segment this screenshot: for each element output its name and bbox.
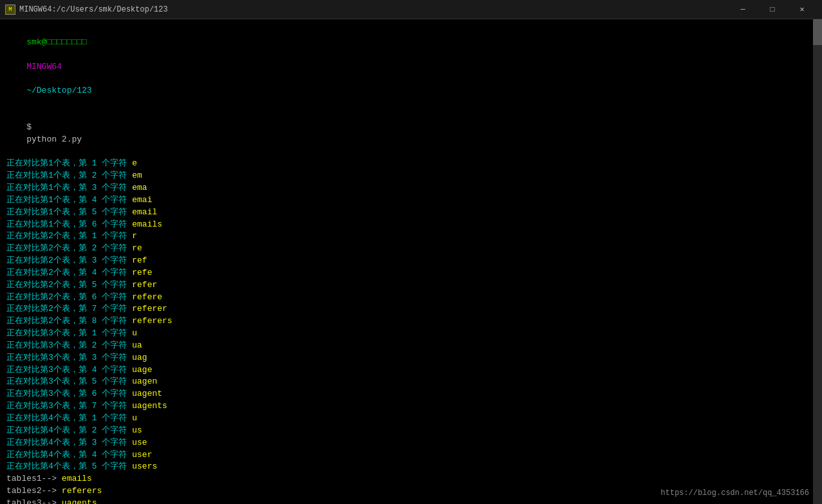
prompt-program-1: MINGW64: [26, 62, 62, 71]
output-line-23: 正在对比第4个表，第 2 个字符 us: [6, 425, 816, 437]
prompt-space-2: [26, 73, 32, 83]
output-line-24: 正在对比第4个表，第 3 个字符 use: [6, 437, 816, 449]
output-line-1: 正在对比第1个表，第 1 个字符 e: [6, 158, 816, 170]
command-line: $ python 2.py: [6, 109, 816, 158]
output-line-17: 正在对比第3个表，第 3 个字符 uag: [6, 352, 816, 364]
app-icon: M: [5, 5, 15, 15]
prompt-user-1: smk@□□□□□□□□: [26, 37, 87, 47]
output-line-2: 正在对比第1个表，第 2 个字符 em: [6, 170, 816, 182]
output-line-14: 正在对比第2个表，第 8 个字符 referers: [6, 315, 816, 328]
prompt-dollar-1: $: [26, 122, 37, 132]
scrollbar-track[interactable]: [813, 19, 822, 504]
output-line-15: 正在对比第3个表，第 1 个字符 u: [6, 328, 816, 340]
output-line-21: 正在对比第3个表，第 7 个字符 uagents: [6, 400, 816, 413]
output-line-22: 正在对比第4个表，第 1 个字符 u: [6, 413, 816, 425]
output-line-10: 正在对比第2个表，第 4 个字符 refe: [6, 267, 816, 279]
prompt-space-1: [26, 50, 32, 59]
output-line-25: 正在对比第4个表，第 4 个字符 user: [6, 449, 816, 462]
output-line-26: 正在对比第4个表，第 5 个字符 users: [6, 461, 816, 473]
output-line-13: 正在对比第2个表，第 7 个字符 referer: [6, 303, 816, 315]
output-line-20: 正在对比第3个表，第 6 个字符 uagent: [6, 388, 816, 400]
output-line-11: 正在对比第2个表，第 5 个字符 refer: [6, 279, 816, 292]
watermark: https://blog.csdn.net/qq_4353166: [661, 489, 809, 498]
command-text: python 2.py: [26, 135, 82, 144]
terminal: smk@□□□□□□□□ MINGW64 ~/Desktop/123 $ pyt…: [0, 19, 822, 504]
minimize-button[interactable]: ─: [728, 0, 758, 19]
output-line-12: 正在对比第2个表，第 6 个字符 refere: [6, 292, 816, 304]
maximize-button[interactable]: □: [758, 0, 787, 19]
output-line-9: 正在对比第2个表，第 3 个字符 ref: [6, 255, 816, 267]
prompt-dir-1: ~/Desktop/123: [26, 86, 91, 95]
output-line-16: 正在对比第3个表，第 2 个字符 ua: [6, 340, 816, 352]
scrollbar-thumb[interactable]: [813, 19, 822, 45]
output-line-4: 正在对比第1个表，第 4 个字符 emai: [6, 194, 816, 207]
output-line-18: 正在对比第3个表，第 4 个字符 uage: [6, 364, 816, 377]
result-line-3: tables3--> uagents: [6, 498, 816, 504]
titlebar-left: M MINGW64:/c/Users/smk/Desktop/123: [5, 5, 167, 15]
titlebar-title: MINGW64:/c/Users/smk/Desktop/123: [19, 5, 167, 14]
output-line-5: 正在对比第1个表，第 5 个字符 email: [6, 207, 816, 219]
output-line-6: 正在对比第1个表，第 6 个字符 emails: [6, 219, 816, 231]
titlebar: M MINGW64:/c/Users/smk/Desktop/123 ─ □ ✕: [0, 0, 822, 19]
output-line-7: 正在对比第2个表，第 1 个字符 r: [6, 230, 816, 243]
titlebar-controls: ─ □ ✕: [728, 0, 817, 19]
output-line-8: 正在对比第2个表，第 2 个字符 re: [6, 243, 816, 255]
close-button[interactable]: ✕: [787, 0, 817, 19]
output-line-19: 正在对比第3个表，第 5 个字符 uagen: [6, 376, 816, 388]
prompt-line-1: smk@□□□□□□□□ MINGW64 ~/Desktop/123: [6, 24, 816, 109]
output-line-3: 正在对比第1个表，第 3 个字符 ema: [6, 182, 816, 194]
result-line-1: tables1--> emails: [6, 473, 816, 485]
